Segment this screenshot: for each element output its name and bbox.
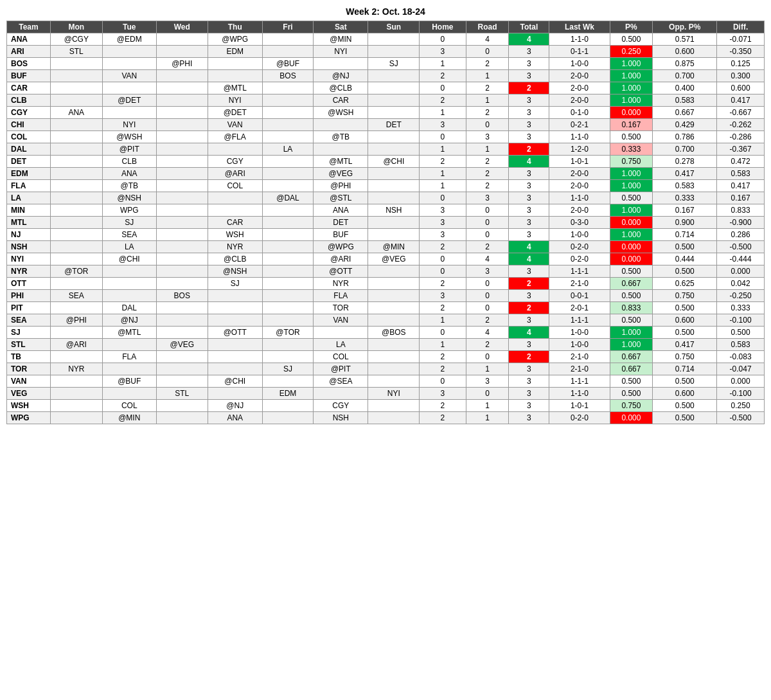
cell-road: 0: [466, 290, 509, 302]
cell-mon: [50, 180, 102, 192]
cell-team: COL: [7, 131, 51, 143]
cell-team: LA: [7, 192, 51, 204]
cell-tue: SJ: [102, 217, 156, 229]
table-row: DETCLBCGY@MTL@CHI2241-0-10.7500.2780.472: [7, 156, 765, 168]
cell-sat: @OTT: [314, 265, 368, 278]
cell-tue: FLA: [102, 351, 156, 363]
col-header-fri: Fri: [262, 21, 313, 33]
cell-mon: [50, 253, 102, 265]
col-header-mon: Mon: [50, 21, 102, 33]
cell-road: 4: [466, 327, 509, 339]
cell-fri: [262, 400, 313, 412]
cell-diff-: -0.500: [717, 241, 765, 253]
cell-p-: 0.500: [610, 265, 653, 278]
cell-mon: ANA: [50, 107, 102, 119]
cell-fri: [262, 241, 313, 253]
cell-mon: [50, 168, 102, 180]
table-row: BOS@PHI@BUFSJ1231-0-01.0000.8750.125: [7, 58, 765, 70]
cell-sat: @NJ: [314, 70, 368, 82]
cell-diff-: -0.100: [717, 314, 765, 327]
cell-fri: [262, 290, 313, 302]
cell-home: 2: [420, 241, 466, 253]
cell-thu: [208, 339, 262, 351]
cell-team: VEG: [7, 388, 51, 400]
cell-road: 4: [466, 33, 509, 46]
cell-tue: [102, 265, 156, 278]
cell-wed: @PHI: [156, 58, 208, 70]
cell-thu: @NSH: [208, 265, 262, 278]
cell-wed: [156, 33, 208, 46]
cell-road: 1: [466, 363, 509, 375]
cell-team: EDM: [7, 168, 51, 180]
cell-sun: [368, 46, 420, 58]
col-header-home: Home: [420, 21, 466, 33]
cell-home: 1: [420, 143, 466, 156]
cell-last-wk: 2-1-0: [549, 351, 610, 363]
cell-sun: [368, 339, 420, 351]
cell-fri: SJ: [262, 363, 313, 375]
col-header-road: Road: [466, 21, 509, 33]
cell-last-wk: 2-1-0: [549, 278, 610, 290]
cell-total: 4: [509, 241, 549, 253]
cell-home: 2: [420, 302, 466, 314]
cell-opp--p-: 0.429: [653, 119, 717, 131]
cell-last-wk: 2-0-0: [549, 204, 610, 217]
page-title: Week 2: Oct. 18-24: [6, 6, 765, 17]
cell-opp--p-: 0.786: [653, 131, 717, 143]
cell-p-: 0.500: [610, 290, 653, 302]
cell-diff-: 0.417: [717, 180, 765, 192]
cell-last-wk: 0-0-1: [549, 290, 610, 302]
cell-diff-: 0.250: [717, 400, 765, 412]
cell-road: 3: [466, 131, 509, 143]
cell-sat: [314, 143, 368, 156]
cell-mon: [50, 278, 102, 290]
cell-thu: EDM: [208, 46, 262, 58]
cell-tue: WPG: [102, 204, 156, 217]
cell-diff-: 0.042: [717, 278, 765, 290]
cell-sat: VAN: [314, 314, 368, 327]
cell-total: 3: [509, 46, 549, 58]
cell-sat: @MTL: [314, 156, 368, 168]
cell-sat: @SEA: [314, 375, 368, 388]
table-row: VAN@BUF@CHI@SEA0331-1-10.5000.5000.000: [7, 375, 765, 388]
cell-home: 2: [420, 400, 466, 412]
cell-home: 2: [420, 412, 466, 424]
table-row: WSHCOL@NJCGY2131-0-10.7500.5000.250: [7, 400, 765, 412]
cell-total: 4: [509, 327, 549, 339]
cell-total: 2: [509, 82, 549, 94]
table-row: TORNYRSJ@PIT2132-1-00.6670.714-0.047: [7, 363, 765, 375]
cell-last-wk: 0-2-0: [549, 241, 610, 253]
cell-diff-: -0.667: [717, 107, 765, 119]
cell-wed: [156, 229, 208, 241]
cell-tue: DAL: [102, 302, 156, 314]
cell-thu: [208, 388, 262, 400]
cell-total: 3: [509, 131, 549, 143]
cell-sun: DET: [368, 119, 420, 131]
cell-mon: [50, 351, 102, 363]
cell-team: TB: [7, 351, 51, 363]
cell-tue: CLB: [102, 156, 156, 168]
cell-sun: [368, 314, 420, 327]
cell-sat: LA: [314, 339, 368, 351]
cell-mon: [50, 94, 102, 107]
cell-sun: @BOS: [368, 327, 420, 339]
cell-opp--p-: 0.167: [653, 204, 717, 217]
cell-last-wk: 1-0-0: [549, 229, 610, 241]
cell-tue: VAN: [102, 70, 156, 82]
cell-tue: @MTL: [102, 327, 156, 339]
cell-mon: @PHI: [50, 314, 102, 327]
cell-total: 3: [509, 229, 549, 241]
cell-mon: [50, 204, 102, 217]
table-row: BUFVANBOS@NJ2132-0-01.0000.7000.300: [7, 70, 765, 82]
cell-diff-: -0.083: [717, 351, 765, 363]
cell-p-: 1.000: [610, 339, 653, 351]
cell-opp--p-: 0.750: [653, 290, 717, 302]
cell-sun: [368, 82, 420, 94]
cell-wed: [156, 327, 208, 339]
cell-p-: 0.667: [610, 278, 653, 290]
table-row: CLB@DETNYICAR2132-0-01.0000.5830.417: [7, 94, 765, 107]
cell-opp--p-: 0.600: [653, 314, 717, 327]
cell-wed: [156, 400, 208, 412]
cell-road: 1: [466, 70, 509, 82]
cell-fri: [262, 375, 313, 388]
